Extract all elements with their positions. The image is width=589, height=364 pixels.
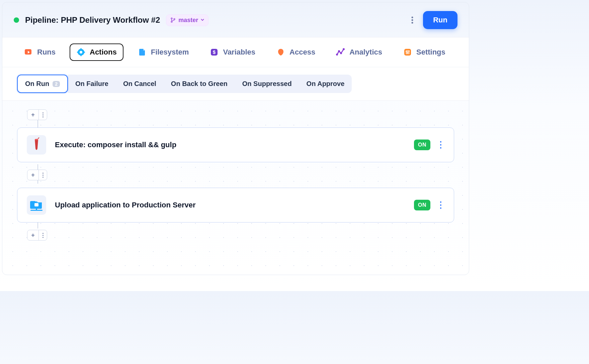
tab-settings[interactable]: Settings: [396, 43, 452, 61]
sftp-upload-icon: [27, 195, 46, 215]
more-icon: [39, 233, 47, 238]
subtab-on-suppressed[interactable]: On Suppressed: [235, 75, 299, 93]
action-card[interactable]: Upload application to Production Server …: [17, 188, 454, 222]
tab-label: Runs: [37, 48, 56, 57]
chevron-down-icon: [201, 19, 204, 21]
analytics-icon: [336, 48, 345, 57]
svg-point-26: [35, 139, 38, 140]
svg-point-17: [340, 52, 342, 54]
more-icon: [39, 173, 47, 178]
svg-point-8: [80, 51, 82, 54]
tab-label: Filesystem: [151, 48, 189, 57]
subtab-on-back-to-green[interactable]: On Back to Green: [164, 75, 235, 93]
add-action-button[interactable]: +: [27, 170, 47, 180]
tab-label: Actions: [90, 48, 117, 57]
svg-rect-29: [36, 209, 37, 210]
svg-point-2: [174, 18, 175, 20]
svg-point-16: [338, 50, 340, 52]
tab-analytics[interactable]: Analytics: [329, 43, 389, 61]
action-more-button[interactable]: [437, 141, 444, 149]
action-more-button[interactable]: [437, 201, 444, 209]
svg-point-23: [406, 51, 407, 52]
svg-point-3: [412, 17, 413, 18]
settings-icon: [403, 48, 412, 57]
subtab-label: On Approve: [307, 80, 345, 88]
tab-label: Access: [289, 48, 315, 57]
tab-access[interactable]: Access: [269, 43, 322, 61]
svg-rect-27: [34, 203, 38, 206]
subtab-label: On Suppressed: [242, 80, 292, 88]
filesystem-icon: [138, 48, 147, 57]
page-title: Pipeline: PHP Delivery Workflow #2: [25, 15, 160, 25]
add-action-button[interactable]: +: [27, 230, 47, 241]
runs-icon: [24, 48, 33, 57]
tab-label: Variables: [223, 48, 255, 57]
svg-text:$: $: [213, 49, 216, 55]
subtab-label: On Back to Green: [171, 80, 228, 88]
main-tabbar: Runs Actions Filesystem $ Variables Acce…: [2, 37, 469, 67]
actions-canvas: + Execute: composer install && gulp ON +: [2, 101, 469, 275]
tab-variables[interactable]: $ Variables: [203, 43, 262, 61]
tab-filesystem[interactable]: Filesystem: [131, 43, 196, 61]
pipeline-more-button[interactable]: [405, 13, 420, 27]
svg-point-24: [407, 52, 408, 54]
subtab-on-failure[interactable]: On Failure: [68, 75, 116, 93]
access-icon: [276, 48, 285, 57]
svg-point-5: [412, 22, 413, 24]
tab-label: Analytics: [349, 48, 382, 57]
actions-icon: [76, 48, 86, 57]
subtab-on-run[interactable]: On Run 2: [17, 75, 68, 93]
variables-icon: $: [209, 48, 219, 57]
action-card[interactable]: Execute: composer install && gulp ON: [17, 127, 454, 162]
svg-point-4: [412, 19, 413, 21]
plus-icon: +: [27, 230, 39, 240]
svg-point-18: [343, 48, 345, 50]
toggle-on[interactable]: ON: [414, 200, 430, 210]
branch-name: master: [178, 17, 198, 24]
svg-point-15: [336, 54, 338, 56]
plus-icon: +: [27, 170, 39, 180]
count-badge: 2: [53, 81, 60, 87]
action-title: Execute: composer install && gulp: [55, 141, 176, 149]
more-icon: [39, 112, 47, 117]
action-title: Upload application to Production Server: [55, 201, 196, 209]
plus-icon: +: [27, 110, 39, 120]
subtab-label: On Failure: [75, 80, 108, 88]
tab-runs[interactable]: Runs: [17, 43, 62, 61]
git-branch-icon: [170, 17, 176, 23]
tab-actions[interactable]: Actions: [70, 43, 123, 61]
toggle-on[interactable]: ON: [414, 140, 430, 150]
branch-selector[interactable]: master: [166, 14, 208, 26]
svg-point-0: [171, 18, 172, 19]
add-action-button[interactable]: +: [27, 109, 47, 120]
tab-label: Settings: [416, 48, 445, 57]
subtab-label: On Cancel: [123, 80, 156, 88]
run-button[interactable]: Run: [423, 11, 457, 29]
kebab-icon: [411, 16, 413, 24]
gulp-icon: [27, 135, 46, 155]
subtab-label: On Run: [25, 80, 49, 88]
subtab-on-approve[interactable]: On Approve: [299, 75, 352, 93]
subtab-on-cancel[interactable]: On Cancel: [116, 75, 164, 93]
svg-point-25: [408, 51, 410, 52]
svg-point-1: [171, 21, 172, 22]
trigger-tabbar: On Run 2 On Failure On Cancel On Back to…: [2, 67, 469, 101]
pipeline-status-dot: [14, 17, 19, 23]
